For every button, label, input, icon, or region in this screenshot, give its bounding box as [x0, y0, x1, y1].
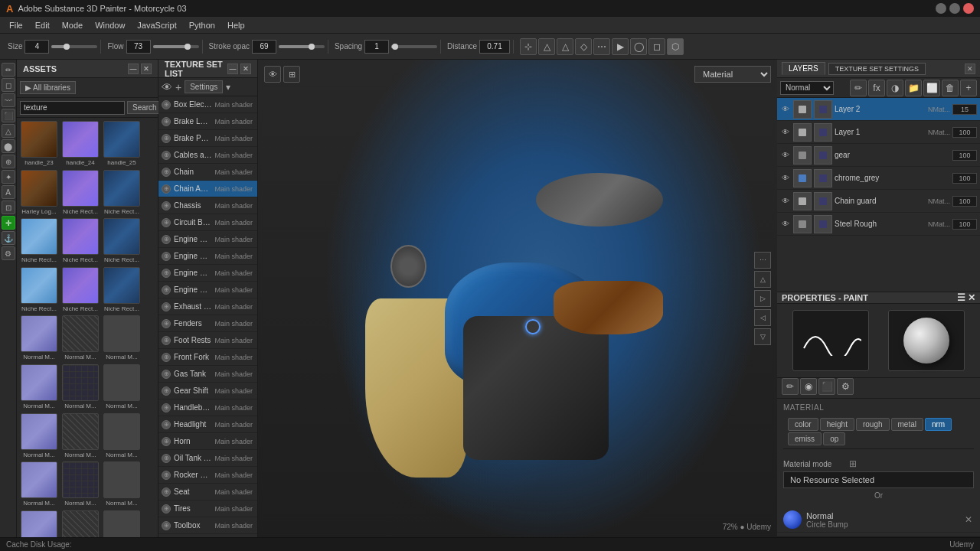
texture-item[interactable]: ⊕SeatMain shader — [158, 484, 257, 500]
layer-opacity-input[interactable] — [952, 173, 977, 184]
distance-input[interactable] — [479, 40, 510, 54]
close-button[interactable] — [963, 3, 974, 14]
layer-opacity-input[interactable] — [952, 104, 977, 115]
asset-item[interactable]: Normal M... — [20, 315, 58, 361]
texture-collapse-btn[interactable]: — — [227, 64, 238, 74]
assets-close-btn[interactable]: ✕ — [141, 64, 152, 74]
tool-transform[interactable]: ✛ — [2, 216, 15, 230]
menu-item-help[interactable]: Help — [221, 19, 251, 31]
texture-item[interactable]: ⊕Exhaust PipesMain shader — [158, 298, 257, 315]
texture-item[interactable]: ⊕ChainMain shader — [158, 164, 257, 181]
toolbar-sphere-btn[interactable]: ◯ — [630, 38, 647, 55]
assets-collapse-btn[interactable]: — — [128, 64, 139, 74]
prop-texture-btn[interactable]: ⬛ — [818, 378, 835, 395]
texture-item[interactable]: ⊕Oil Tank and BMain shader — [158, 450, 257, 467]
properties-list-btn[interactable]: ☰ — [957, 292, 965, 303]
size-slider[interactable] — [51, 45, 97, 48]
texture-item[interactable]: ⊕ChassisMain shader — [158, 197, 257, 214]
prop-brush-btn[interactable]: ✏ — [782, 378, 799, 395]
toolbar-moto-btn[interactable]: ⬡ — [667, 38, 684, 55]
spacing-input[interactable] — [364, 40, 389, 54]
layer-item[interactable]: 👁gear — [777, 144, 980, 167]
texture-item[interactable]: ⊕Brake LeverMain shader — [158, 113, 257, 130]
texture-item[interactable]: ⊕HandlebarsMain shader — [158, 399, 257, 416]
tool-picker[interactable]: ✦ — [2, 170, 15, 184]
texture-set-settings-tab[interactable]: TEXTURE SET SETTINGS — [828, 63, 926, 75]
texture-menu-btn[interactable]: ▾ — [226, 82, 230, 93]
stroke-slider[interactable] — [279, 45, 325, 48]
tool-color[interactable]: ⬤ — [2, 139, 15, 153]
layer-blend-select[interactable]: Normal — [780, 81, 834, 95]
asset-item[interactable]: Normal M... — [20, 364, 58, 410]
layer-delete-btn[interactable]: 🗑 — [942, 80, 959, 96]
material-tab-op[interactable]: op — [823, 432, 845, 445]
viewport-camera-btn[interactable]: 👁 — [264, 66, 281, 83]
viewport[interactable]: Material 72% ● Udemy 👁 ⊞ ⋯ △ ▷ ◁ ▽ — [258, 60, 777, 537]
layer-item[interactable]: 👁Steel RoughNMat... — [777, 213, 980, 236]
layer-visibility-btn[interactable]: 👁 — [780, 127, 791, 138]
search-button[interactable]: Search — [127, 101, 162, 114]
menu-item-window[interactable]: Window — [89, 19, 131, 31]
layer-add-btn[interactable]: + — [960, 80, 977, 96]
maximize-button[interactable] — [949, 3, 960, 14]
material-tab-metal[interactable]: metal — [891, 418, 923, 431]
texture-item[interactable]: ⊕Gear ShiftMain shader — [158, 383, 257, 399]
menu-item-mode[interactable]: Mode — [56, 19, 90, 31]
asset-item[interactable]: Normal M... — [61, 510, 100, 537]
asset-item[interactable]: Normal M... — [61, 364, 100, 410]
tool-geometry[interactable]: △ — [2, 124, 15, 138]
toolbar-btn-1[interactable]: ⊹ — [520, 38, 537, 55]
texture-item[interactable]: ⊕FendersMain shader — [158, 315, 257, 332]
asset-item[interactable]: Normal M... — [103, 364, 141, 410]
properties-close-btn[interactable]: ✕ — [968, 292, 975, 303]
prop-settings-btn[interactable]: ⚙ — [837, 378, 854, 395]
viewport-ctrl-3[interactable]: ▷ — [754, 290, 771, 307]
texture-item[interactable]: ⊕Circuit BreakeMain shader — [158, 214, 257, 231]
texture-add-btn[interactable]: + — [175, 81, 181, 93]
tool-smudge[interactable]: 〰 — [2, 93, 15, 107]
tool-eraser[interactable]: ◻ — [2, 78, 15, 92]
prop-material-btn[interactable]: ◉ — [800, 378, 817, 395]
asset-item[interactable]: Normal M... — [61, 315, 100, 361]
asset-item[interactable]: Niche Rect... — [103, 170, 141, 216]
material-tab-emiss[interactable]: emiss — [788, 432, 822, 445]
menu-item-javascript[interactable]: JavaScript — [131, 19, 182, 31]
menu-item-python[interactable]: Python — [183, 19, 221, 31]
flow-slider[interactable] — [153, 45, 199, 48]
layer-visibility-btn[interactable]: 👁 — [780, 173, 791, 184]
tool-settings[interactable]: ⚙ — [2, 246, 15, 260]
toolbar-btn-5[interactable]: ⋯ — [593, 38, 610, 55]
stroke-input[interactable] — [252, 40, 276, 54]
texture-item[interactable]: ⊕HornMain shader — [158, 433, 257, 450]
texture-item[interactable]: ⊕Chain AccessoMain shader — [158, 181, 257, 197]
menu-item-edit[interactable]: Edit — [29, 19, 56, 31]
layer-item[interactable]: 👁Chain guardNMat... — [777, 190, 980, 213]
texture-item[interactable]: ⊕ToolboxMain shader — [158, 517, 257, 534]
toolbar-cube-btn[interactable]: ◻ — [648, 38, 665, 55]
menu-item-file[interactable]: File — [3, 19, 29, 31]
asset-item[interactable]: Normal M... — [103, 461, 141, 507]
texture-item[interactable]: ⊕Foot RestsMain shader — [158, 332, 257, 349]
asset-item[interactable]: Niche Rect... — [61, 267, 100, 313]
asset-item[interactable]: Normal M... — [103, 510, 141, 537]
material-tab-color[interactable]: color — [788, 418, 818, 431]
material-tab-rough[interactable]: rough — [856, 418, 890, 431]
viewport-ctrl-4[interactable]: ◁ — [754, 309, 771, 326]
texture-item[interactable]: ⊕Box ElectricalMain shader — [158, 96, 257, 113]
asset-item[interactable]: Niche Rect... — [61, 218, 100, 264]
asset-item[interactable]: Niche Rect... — [20, 218, 58, 264]
tool-clone[interactable]: ⊕ — [2, 155, 15, 168]
layers-tab[interactable]: LAYERS — [782, 62, 825, 75]
tool-anchor[interactable]: ⚓ — [2, 231, 15, 245]
viewport-material-selector[interactable]: Material — [694, 66, 771, 83]
texture-item[interactable]: ⊕Engine BlockMain shader — [158, 231, 257, 248]
size-input[interactable] — [24, 40, 49, 54]
asset-item[interactable]: Normal M... — [61, 461, 100, 507]
layer-opacity-input[interactable] — [952, 150, 977, 161]
layer-visibility-btn[interactable]: 👁 — [780, 196, 791, 207]
layer-opacity-input[interactable] — [952, 219, 977, 230]
normal-close-btn[interactable]: ✕ — [963, 514, 974, 525]
toolbar-play-btn[interactable]: ▶ — [612, 38, 629, 55]
texture-item[interactable]: ⊕Engine GuardMain shader — [158, 265, 257, 282]
asset-item[interactable]: Normal M... — [61, 413, 100, 459]
